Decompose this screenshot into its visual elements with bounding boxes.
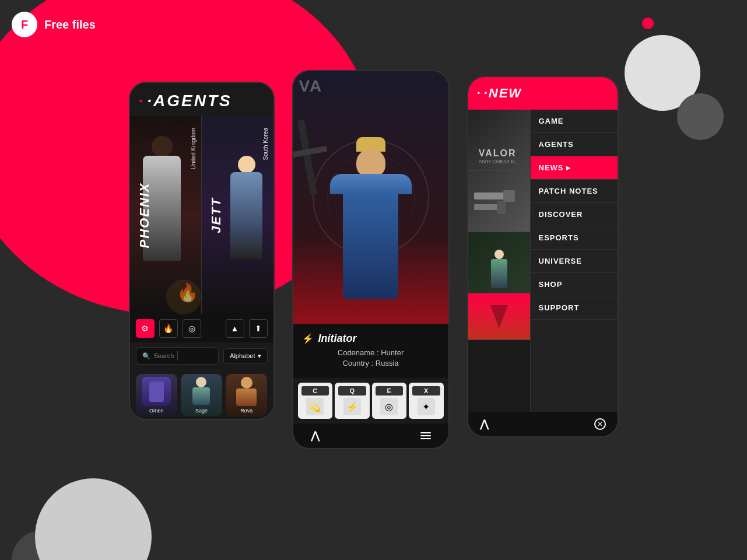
agent-card-phoenix[interactable]: 🔥 PHOENIX United Kingdom: [130, 116, 202, 314]
menu-item-esports[interactable]: ESPORTS: [531, 226, 618, 250]
hamburger-line: [420, 435, 431, 436]
ability-icon-c: 💫: [306, 398, 324, 415]
phoenix-name: PHOENIX: [137, 182, 152, 248]
sort-label: Alphabet: [230, 352, 255, 359]
agent-thumb-name-omen: Omen: [136, 408, 177, 414]
valorant-watermark: VA: [299, 77, 323, 96]
phone2-content: VA: [293, 71, 448, 448]
phone3-content: ·NEW VALOR ANTI-CHEAT N...: [468, 77, 618, 436]
header-logo: F: [12, 12, 37, 37]
phone2-hero: VA: [293, 71, 448, 324]
news-item-2[interactable]: [468, 171, 530, 232]
agents-cards: 🔥 PHOENIX United Kingdom JETT: [130, 116, 273, 314]
country-line: Country : Russia: [302, 359, 440, 368]
role-icon: ⚡: [302, 333, 314, 344]
logo-letter: F: [21, 18, 28, 32]
phone1-search: 🔍 Search Alphabet ▾: [130, 342, 273, 369]
phone3-main: VALOR ANTI-CHEAT N...: [468, 110, 618, 412]
ability-key-c: C: [301, 386, 329, 396]
agent-thumb-name-sage: Sage: [181, 408, 222, 414]
ability-card-q[interactable]: Q ⚡: [335, 383, 370, 419]
menu-item-support[interactable]: SUPPORT: [531, 296, 618, 320]
ability-icon-2[interactable]: 🔥: [159, 319, 178, 338]
valorant-logo-2: ⋀: [311, 429, 320, 442]
agent-thumb-rova[interactable]: Rova: [226, 374, 267, 416]
ability-card-e[interactable]: E ◎: [372, 383, 407, 419]
agent-thumb-sage[interactable]: Sage: [181, 374, 222, 416]
menu-item-discover[interactable]: DISCOVER: [531, 203, 618, 226]
menu-item-game[interactable]: GAME: [531, 110, 618, 133]
phone1-abilities-bar: ⚙ 🔥 ◎ ▲ ⬆: [130, 314, 273, 342]
agents-grid: Omen Sage Rova: [130, 369, 273, 420]
role-line: ⚡ Initiator: [302, 332, 440, 345]
ability-icon-q: ⚡: [343, 398, 361, 415]
phone2-bottom-nav: ⋀: [293, 424, 448, 448]
ability-icon-3[interactable]: ◎: [183, 319, 201, 338]
codename-line: Codename : Hunter: [302, 348, 440, 357]
ability-icon-e: ◎: [380, 398, 398, 415]
jett-name: JETT: [209, 197, 224, 233]
phones-container: ·AGENTS 🔥 PHOENIX United Kingdom: [0, 58, 747, 560]
search-text: Search: [154, 352, 174, 359]
close-button[interactable]: ✕: [594, 418, 606, 430]
menu-item-agents[interactable]: AGENTS: [531, 133, 618, 156]
news-item-1[interactable]: VALOR ANTI-CHEAT N...: [468, 110, 530, 171]
phone2-info: ⚡ Initiator Codename : Hunter Country : …: [293, 324, 448, 378]
menu-item-shop[interactable]: SHOP: [531, 273, 618, 296]
ability-card-c[interactable]: C 💫: [298, 383, 333, 419]
role-name: Initiator: [318, 332, 357, 345]
phone1-header: ·AGENTS: [130, 83, 273, 116]
phone1-title: ·AGENTS: [139, 92, 265, 110]
search-icon: 🔍: [142, 352, 150, 360]
menu-item-universe[interactable]: UNIVERSE: [531, 250, 618, 273]
phone-character-detail: VA: [292, 70, 450, 449]
ability-icon-x: ✦: [418, 398, 435, 415]
phone3-menu: GAME AGENTS NEWS ▸ PATCH NOTES DISCOVER …: [530, 110, 618, 412]
phone3-title: ·NEW: [477, 86, 609, 101]
phone-news-menu: ·NEW VALOR ANTI-CHEAT N...: [467, 76, 619, 438]
ability-icon-1[interactable]: ⚙: [136, 319, 155, 338]
news-item-3[interactable]: [468, 232, 530, 293]
phone3-header: ·NEW: [468, 77, 618, 110]
sort-button[interactable]: Alphabet ▾: [223, 348, 267, 364]
background-circle-red-small: [642, 18, 654, 29]
menu-item-patch-notes[interactable]: PATCH NOTES: [531, 180, 618, 203]
ability-card-x[interactable]: X ✦: [409, 383, 444, 419]
search-divider: [177, 351, 178, 360]
agent-card-jett[interactable]: JETT South Korea: [201, 116, 273, 314]
ability-key-q: Q: [338, 386, 366, 396]
phone-agents-list: ·AGENTS 🔥 PHOENIX United Kingdom: [129, 82, 275, 420]
phoenix-country: United Kingdom: [190, 128, 197, 169]
ability-icon-5[interactable]: ⬆: [249, 319, 268, 338]
ability-icon-4[interactable]: ▲: [226, 319, 244, 338]
jett-country: South Korea: [262, 128, 269, 160]
header: F Free files: [12, 12, 96, 37]
phone2-abilities: C 💫 Q ⚡ E ◎ X ✦: [293, 378, 448, 424]
menu-item-news[interactable]: NEWS ▸: [531, 156, 618, 180]
news-item-4[interactable]: [468, 293, 530, 340]
valorant-logo-3: ⋀: [480, 418, 489, 430]
ability-key-e: E: [376, 386, 404, 396]
sort-chevron-icon: ▾: [258, 352, 261, 360]
agent-thumb-name-rova: Rova: [226, 408, 267, 414]
search-box: 🔍 Search: [136, 347, 219, 365]
phone3-news: VALOR ANTI-CHEAT N...: [468, 110, 530, 412]
hamburger-line: [420, 438, 431, 439]
jett-silhouette: [223, 156, 270, 314]
phone3-bottom-nav: ⋀ ✕: [468, 412, 618, 436]
hamburger-line: [420, 432, 431, 433]
agent-thumb-omen[interactable]: Omen: [136, 374, 177, 416]
header-title: Free files: [44, 18, 96, 32]
hamburger-menu-2[interactable]: [420, 432, 431, 439]
ability-key-x: X: [412, 386, 440, 396]
sova-character: [324, 137, 418, 324]
